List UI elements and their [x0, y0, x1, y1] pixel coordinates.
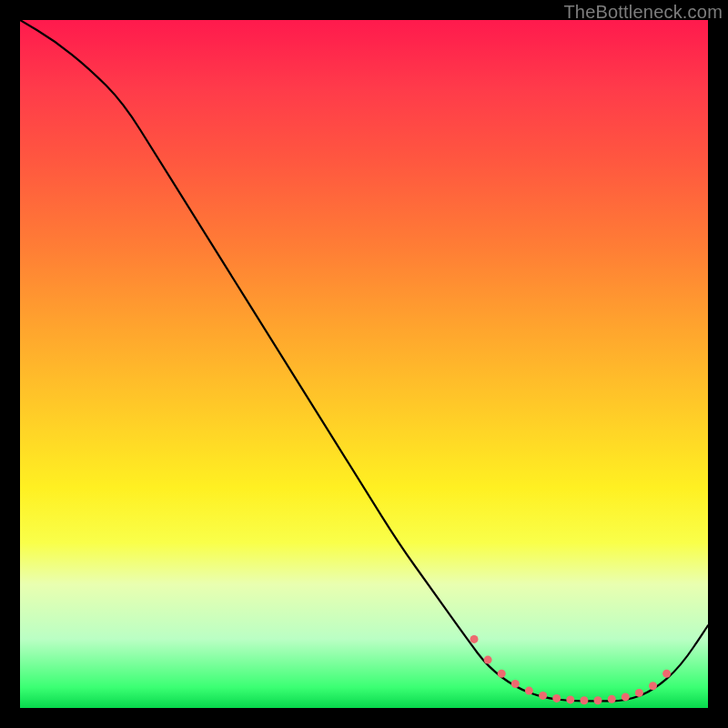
valley-dot: [525, 687, 533, 695]
valley-dot: [662, 670, 671, 678]
watermark-text: TheBottleneck.com: [563, 2, 723, 23]
valley-dot: [635, 689, 643, 697]
valley-dot: [511, 680, 520, 688]
valley-dot: [649, 682, 657, 690]
valley-dot: [498, 670, 506, 678]
valley-dot: [580, 696, 588, 704]
bottleneck-curve-path: [20, 20, 708, 701]
chart-svg-layer: [20, 20, 708, 708]
valley-dot: [566, 695, 574, 703]
valley-dot: [470, 635, 479, 643]
valley-dot: [539, 692, 547, 700]
chart-stage: TheBottleneck.com: [0, 0, 728, 728]
valley-dot: [622, 693, 630, 701]
valley-dots-group: [470, 635, 672, 704]
chart-plot-area: [20, 20, 708, 708]
valley-dot: [594, 696, 602, 704]
valley-dot: [484, 656, 492, 664]
valley-dot: [552, 694, 561, 703]
valley-dot: [608, 695, 616, 703]
